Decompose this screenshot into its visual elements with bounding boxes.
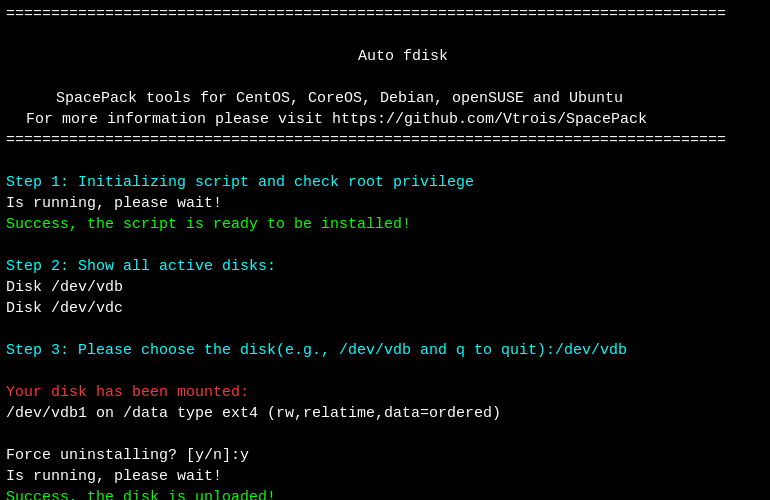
force-success: Success, the disk is unloaded! bbox=[6, 487, 764, 500]
blank4 bbox=[6, 361, 764, 382]
info-line: For more information please visit https:… bbox=[6, 109, 764, 130]
disk1-line: Disk /dev/vdb bbox=[6, 277, 764, 298]
terminal-window: ========================================… bbox=[0, 0, 770, 500]
disk2-line: Disk /dev/vdc bbox=[6, 298, 764, 319]
blank2 bbox=[6, 235, 764, 256]
step1-success: Success, the script is ready to be insta… bbox=[6, 214, 764, 235]
step1-running: Is running, please wait! bbox=[6, 193, 764, 214]
step3-label: Step 3: Please choose the disk(e.g., /de… bbox=[6, 340, 764, 361]
force-uninstall: Force uninstalling? [y/n]:y bbox=[6, 445, 764, 466]
separator-top: ========================================… bbox=[6, 4, 764, 25]
mount-detail: /dev/vdb1 on /data type ext4 (rw,relatim… bbox=[6, 403, 764, 424]
title-line: Auto fdisk bbox=[6, 25, 764, 88]
spacepack-line: SpacePack tools for CentOS, CoreOS, Debi… bbox=[6, 88, 764, 109]
step1-label: Step 1: Initializing script and check ro… bbox=[6, 172, 764, 193]
mount-warning: Your disk has been mounted: bbox=[6, 382, 764, 403]
force-running: Is running, please wait! bbox=[6, 466, 764, 487]
step2-label: Step 2: Show all active disks: bbox=[6, 256, 764, 277]
blank5 bbox=[6, 424, 764, 445]
app-title: Auto fdisk bbox=[358, 48, 448, 65]
blank3 bbox=[6, 319, 764, 340]
separator-bottom: ========================================… bbox=[6, 130, 764, 151]
blank1 bbox=[6, 151, 764, 172]
